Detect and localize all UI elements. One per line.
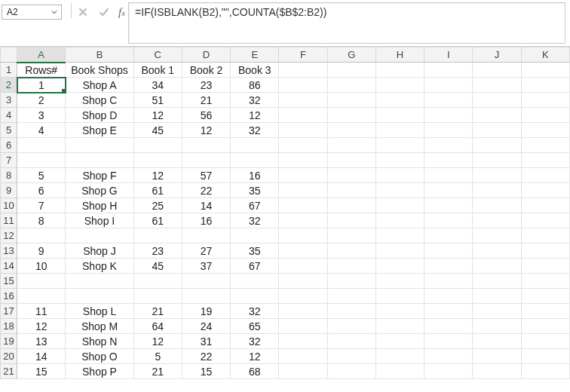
cell-E11[interactable]: 32 [231, 213, 279, 228]
cell-H8[interactable] [375, 168, 424, 183]
cell-G1[interactable] [327, 63, 375, 78]
cell-J20[interactable] [473, 349, 521, 364]
cell-B10[interactable]: Shop H [66, 198, 133, 213]
cell-G17[interactable] [327, 304, 375, 319]
column-header-H[interactable]: H [375, 47, 424, 63]
cell-A8[interactable]: 5 [17, 168, 66, 183]
cell-I13[interactable] [424, 243, 473, 259]
cell-H20[interactable] [375, 349, 424, 364]
cell-C18[interactable]: 64 [133, 319, 182, 334]
cell-A5[interactable]: 4 [17, 123, 66, 138]
cell-F17[interactable] [279, 304, 327, 319]
cell-G13[interactable] [327, 243, 375, 259]
cell-E2[interactable]: 86 [231, 78, 279, 93]
cell-K9[interactable] [521, 183, 569, 198]
cell-J15[interactable] [473, 274, 521, 289]
cell-J8[interactable] [473, 168, 521, 183]
cell-A15[interactable] [17, 274, 66, 289]
cell-E19[interactable]: 32 [231, 334, 279, 349]
cell-B21[interactable]: Shop P [66, 364, 133, 379]
cell-C21[interactable]: 21 [133, 364, 182, 379]
cell-K3[interactable] [521, 93, 569, 108]
row-header-20[interactable]: 20 [1, 349, 17, 364]
row-header-12[interactable]: 12 [1, 228, 17, 243]
cell-F9[interactable] [279, 183, 327, 198]
cell-G12[interactable] [327, 228, 375, 243]
cell-K17[interactable] [521, 304, 569, 319]
cell-C3[interactable]: 51 [133, 93, 182, 108]
cell-B13[interactable]: Shop J [66, 243, 133, 259]
cell-C17[interactable]: 21 [133, 304, 182, 319]
cell-B18[interactable]: Shop M [66, 319, 133, 334]
cell-E13[interactable]: 35 [231, 243, 279, 259]
cell-J18[interactable] [473, 319, 521, 334]
cell-A4[interactable]: 3 [17, 108, 66, 123]
cell-G11[interactable] [327, 213, 375, 228]
cell-D21[interactable]: 15 [182, 364, 230, 379]
cell-K7[interactable] [521, 153, 569, 168]
cell-F11[interactable] [279, 213, 327, 228]
cell-G9[interactable] [327, 183, 375, 198]
row-header-19[interactable]: 19 [1, 334, 17, 349]
cell-D18[interactable]: 24 [182, 319, 230, 334]
cell-J17[interactable] [473, 304, 521, 319]
row-header-17[interactable]: 17 [1, 304, 17, 319]
row-header-18[interactable]: 18 [1, 319, 17, 334]
column-header-E[interactable]: E [231, 47, 279, 63]
cell-I3[interactable] [424, 93, 473, 108]
cell-H15[interactable] [375, 274, 424, 289]
cell-K18[interactable] [521, 319, 569, 334]
cell-E14[interactable]: 67 [231, 259, 279, 274]
cell-H19[interactable] [375, 334, 424, 349]
cell-H4[interactable] [375, 108, 424, 123]
cell-I14[interactable] [424, 259, 473, 274]
cell-H5[interactable] [375, 123, 424, 138]
cell-C19[interactable]: 12 [133, 334, 182, 349]
cell-A10[interactable]: 7 [17, 198, 66, 213]
cell-I2[interactable] [424, 78, 473, 93]
cell-G18[interactable] [327, 319, 375, 334]
row-header-3[interactable]: 3 [1, 93, 17, 108]
cell-G7[interactable] [327, 153, 375, 168]
cell-H16[interactable] [375, 289, 424, 304]
cell-D9[interactable]: 22 [182, 183, 230, 198]
cell-E18[interactable]: 65 [231, 319, 279, 334]
cell-I16[interactable] [424, 289, 473, 304]
cell-H18[interactable] [375, 319, 424, 334]
row-header-5[interactable]: 5 [1, 123, 17, 138]
cell-D3[interactable]: 21 [182, 93, 230, 108]
cell-K12[interactable] [521, 228, 569, 243]
cell-H11[interactable] [375, 213, 424, 228]
cell-J10[interactable] [473, 198, 521, 213]
row-header-11[interactable]: 11 [1, 213, 17, 228]
cell-H17[interactable] [375, 304, 424, 319]
cell-C1[interactable]: Book 1 [133, 63, 182, 78]
cell-F16[interactable] [279, 289, 327, 304]
cell-H14[interactable] [375, 259, 424, 274]
cell-I20[interactable] [424, 349, 473, 364]
cell-B19[interactable]: Shop N [66, 334, 133, 349]
cell-B2[interactable]: Shop A [66, 78, 133, 93]
cell-B5[interactable]: Shop E [66, 123, 133, 138]
cell-C2[interactable]: 34 [133, 78, 182, 93]
cell-B9[interactable]: Shop G [66, 183, 133, 198]
cell-E4[interactable]: 12 [231, 108, 279, 123]
cell-G10[interactable] [327, 198, 375, 213]
cell-K5[interactable] [521, 123, 569, 138]
cell-B20[interactable]: Shop O [66, 349, 133, 364]
cell-G14[interactable] [327, 259, 375, 274]
column-header-J[interactable]: J [473, 47, 521, 63]
cell-I12[interactable] [424, 228, 473, 243]
cell-J2[interactable] [473, 78, 521, 93]
cell-G16[interactable] [327, 289, 375, 304]
column-header-B[interactable]: B [66, 47, 133, 63]
cell-A2[interactable]: 1 [17, 78, 66, 93]
cell-D6[interactable] [182, 138, 230, 153]
cell-F19[interactable] [279, 334, 327, 349]
name-box[interactable]: A2 [2, 5, 62, 20]
cell-J12[interactable] [473, 228, 521, 243]
cell-J9[interactable] [473, 183, 521, 198]
cell-F14[interactable] [279, 259, 327, 274]
cell-I17[interactable] [424, 304, 473, 319]
cell-F18[interactable] [279, 319, 327, 334]
